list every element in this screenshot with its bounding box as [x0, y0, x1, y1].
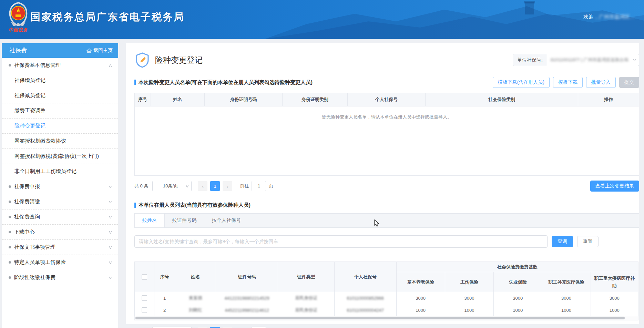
- template-download-button[interactable]: 模板下载: [553, 77, 583, 88]
- tab-by-name[interactable]: 按姓名: [135, 214, 165, 227]
- prev-page-button[interactable]: ‹: [198, 181, 207, 191]
- unit-ssn-select[interactable]: 810110011977 | 广州市荔湾区道路分局 ∨: [547, 54, 639, 66]
- shield-pencil-icon: [134, 52, 150, 68]
- app-window: ★ 中国税务 国家税务总局广东省电子税务局 欢迎 ，广州市荔湾区… 社保费 返回…: [0, 0, 644, 328]
- horizontal-scrollbar[interactable]: [134, 316, 638, 320]
- row-checkbox[interactable]: [142, 295, 147, 301]
- tab-by-id-number[interactable]: 按证件号码: [165, 214, 204, 227]
- sidebar-item-remove-staff[interactable]: 社保减员登记: [2, 88, 118, 103]
- bullet-icon: [9, 201, 11, 203]
- sidebar-item-online-sign-fee[interactable]: 网签授权划缴费款协议: [2, 134, 118, 149]
- change-list-empty-area: 暂无险种变更人员名单，请从本单位在册人员中选择或批量导入。: [134, 106, 639, 176]
- cell-seq: 2: [154, 304, 175, 316]
- total-count: 共 0 条: [134, 183, 148, 189]
- sidebar-item-special-injury[interactable]: 特定人员单项工伤保险 ∨: [2, 255, 118, 270]
- select-all-checkbox[interactable]: [142, 274, 147, 280]
- cell-work-injury-base: 3000: [445, 292, 493, 304]
- sidebar-item-basic-info-mgmt[interactable]: 社保费基本信息管理 ∧: [2, 58, 118, 73]
- sidebar-item-wage-adjust[interactable]: 缴费工资调整: [2, 103, 118, 119]
- chevron-down-icon: ∨: [108, 275, 112, 280]
- goto-page-input[interactable]: 1: [252, 181, 266, 191]
- chevron-down-icon: ∨: [632, 58, 637, 62]
- cell-supplementary-medical-base: 3000: [542, 292, 591, 304]
- section2-title: 本单位在册人员列表(当前具有有效参保险种人员): [134, 202, 639, 208]
- cell-unemployment-base: 1000: [494, 304, 542, 316]
- next-page-button[interactable]: ›: [223, 181, 232, 191]
- view-last-change-result-button[interactable]: 查看上次变更结果: [590, 181, 639, 192]
- sidebar: 社保费 返回主页 社保费基本信息管理 ∧ 社保增员登记 社保减员登记 缴费工资调…: [2, 43, 118, 328]
- col-header-seq: 序号: [154, 262, 175, 292]
- cell-seq: 1: [154, 292, 175, 304]
- sidebar-item-add-staff[interactable]: 社保增员登记: [2, 73, 118, 88]
- sidebar-item-online-sign-tax[interactable]: 网签授权划缴税(费)款协议(一次上门): [2, 149, 118, 164]
- col-header-unemployment: 失业保险: [494, 272, 542, 292]
- main-content: 险种变更登记 单位社保号: 810110011977 | 广州市荔湾区道路分局 …: [126, 43, 639, 324]
- cell-personal-ssn: 610110000004247: [335, 304, 396, 316]
- col-group-header-payment-base: 社会保险费缴费基数: [396, 262, 638, 272]
- back-to-home-link[interactable]: 返回主页: [86, 48, 113, 54]
- col-header-supplementary-medical: 职工补充医疗保险: [542, 272, 591, 292]
- seal-text: 中国税务: [5, 27, 32, 33]
- page-size-select[interactable]: 10条/页 ∨: [152, 327, 192, 328]
- page-title: 险种变更登记: [155, 55, 513, 65]
- chevron-down-icon: ∨: [185, 184, 189, 188]
- site-title: 国家税务总局广东省电子税务局: [30, 10, 185, 24]
- col-header-action: 操作: [578, 93, 639, 106]
- col-header-major-illness: 职工重大疾病医疗补助: [591, 272, 638, 292]
- cell-id-number: 441223198802214529: [216, 292, 278, 304]
- page-size-select[interactable]: 10条/页 ∨: [152, 181, 192, 191]
- table-row: 1 黄某德 441223198802214529 居民身份证 610110000…: [135, 292, 638, 304]
- bullet-icon: [9, 246, 11, 248]
- cell-unemployment-base: 3000: [494, 292, 542, 304]
- sidebar-item-insurance-change[interactable]: 险种变更登记: [2, 119, 118, 134]
- page-unit-label: 页: [269, 183, 273, 189]
- col-header-id-number: 证件号码: [216, 262, 278, 292]
- page-number-active[interactable]: 1: [210, 181, 220, 191]
- col-header-id-type: 证件类型: [278, 262, 334, 292]
- bullet-icon: [9, 276, 11, 279]
- chevron-down-icon: ∨: [108, 245, 112, 250]
- cell-id-type: 居民身份证: [278, 304, 334, 316]
- goto-page-input[interactable]: 1: [252, 327, 266, 328]
- top-banner: ★ 中国税务 国家税务总局广东省电子税务局 欢迎 ，广州市荔湾区…: [0, 0, 644, 39]
- cell-supplementary-medical-base: 1000: [542, 304, 591, 316]
- search-tabs: 按姓名 按证件号码 按个人社保号: [134, 213, 639, 228]
- sidebar-item-deferred-fee[interactable]: 阶段性缓缴社保费 ∨: [2, 270, 118, 285]
- goto-label: 前往: [240, 183, 249, 189]
- col-header-id-number: 身份证明号码: [205, 93, 283, 106]
- tab-by-personal-ssn[interactable]: 按个人社保号: [204, 214, 249, 227]
- chevron-down-icon: ∨: [108, 199, 112, 204]
- scrollbar-thumb[interactable]: [135, 317, 625, 319]
- batch-import-button[interactable]: 批量导入: [586, 77, 616, 88]
- template-download-with-staff-button[interactable]: 模板下载(含在册人员): [493, 77, 550, 88]
- query-button[interactable]: 查询: [552, 236, 573, 247]
- sidebar-item-fee-query[interactable]: 社保费查询 ∨: [2, 209, 118, 225]
- sidebar-item-document-mgmt[interactable]: 社保文书事项管理 ∨: [2, 240, 118, 255]
- cell-name: 黄某德: [175, 292, 216, 304]
- sidebar-menu: 社保费基本信息管理 ∧ 社保增员登记 社保减员登记 缴费工资调整 险种变更登记 …: [2, 58, 118, 328]
- bullet-icon: [9, 216, 11, 218]
- chevron-down-icon: ∨: [108, 260, 112, 265]
- cell-work-injury-base: 1000: [445, 304, 493, 316]
- home-icon: [86, 48, 92, 53]
- submit-button[interactable]: 提交: [619, 77, 639, 88]
- reset-button[interactable]: 重置: [577, 236, 599, 247]
- col-header-seq: 序号: [135, 93, 151, 106]
- select-all-cell: [135, 262, 154, 292]
- col-header-name: 姓名: [175, 262, 216, 292]
- change-list-table: 序号 姓名 身份证明号码 身份证明类别 个人社保号 社会保险类别 操作: [134, 93, 639, 106]
- welcome-user[interactable]: ，广州市荔湾区…: [594, 14, 635, 20]
- row-checkbox[interactable]: [142, 307, 147, 313]
- col-header-name: 姓名: [151, 93, 205, 106]
- col-header-personal-ssn: 个人社保号: [335, 262, 396, 292]
- sidebar-title: 社保费: [9, 47, 86, 54]
- sidebar-item-download-center[interactable]: 下载中心 ∨: [2, 225, 118, 240]
- cell-major-illness-base: 3000: [591, 292, 638, 304]
- sidebar-item-parttime-injury[interactable]: 非全日制用工工伤增员登记: [2, 164, 118, 179]
- sidebar-item-fee-declare[interactable]: 社保费申报 ∨: [2, 179, 118, 194]
- welcome-prefix: 欢迎: [583, 14, 594, 20]
- cell-pension-base: 1000: [396, 304, 445, 316]
- name-search-input[interactable]: [134, 235, 548, 248]
- unit-ssn-value: 810110011977 | 广州市荔湾区道路分局: [551, 57, 633, 63]
- sidebar-item-fee-clear[interactable]: 社保费清缴 ∨: [2, 194, 118, 209]
